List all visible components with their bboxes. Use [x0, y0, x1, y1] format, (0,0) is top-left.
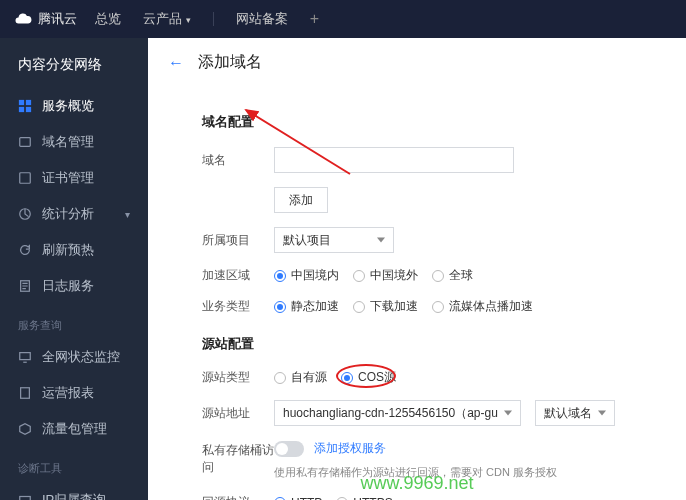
label-private: 私有存储桶访问 — [202, 440, 274, 476]
sidebar-group-query: 服务查询 — [0, 304, 148, 339]
radio-proto-http[interactable]: HTTP — [274, 496, 322, 501]
sidebar-title: 内容分发网络 — [0, 48, 148, 88]
row-proto: 回源协议 HTTP HTTPS — [202, 494, 660, 500]
row-private: 私有存储桶访问 添加授权服务 使用私有存储桶作为源站进行回源，需要对 CDN 服… — [202, 440, 660, 480]
private-hint: 使用私有存储桶作为源站进行回源，需要对 CDN 服务授权 — [274, 465, 557, 480]
page-head: ← 添加域名 — [148, 38, 686, 83]
sidebar-item-label: 证书管理 — [42, 169, 94, 187]
grid-icon — [18, 99, 32, 113]
project-select[interactable]: 默认项目 — [274, 227, 394, 253]
row-project: 所属项目 默认项目 — [202, 227, 660, 253]
sidebar-item-report[interactable]: 运营报表 — [0, 375, 148, 411]
radio-biz-static[interactable]: 静态加速 — [274, 298, 339, 315]
sidebar-item-log[interactable]: 日志服务 — [0, 268, 148, 304]
radio-origin-cos[interactable]: COS源 — [341, 369, 396, 386]
topnav: 总览 云产品 ▾ 网站备案 + — [95, 10, 319, 28]
radio-biz-stream[interactable]: 流媒体点播加速 — [432, 298, 533, 315]
label-origin-type: 源站类型 — [202, 369, 274, 386]
auth-link[interactable]: 添加授权服务 — [314, 440, 386, 457]
sidebar-item-label: 统计分析 — [42, 205, 94, 223]
topnav-add-icon[interactable]: + — [310, 10, 319, 28]
svg-rect-0 — [19, 100, 24, 105]
origin-addr-select[interactable]: huochangliang-cdn-1255456150（ap-gu — [274, 400, 521, 426]
label-biztype: 业务类型 — [202, 298, 274, 315]
topnav-divider — [213, 12, 214, 26]
row-biztype: 业务类型 静态加速 下载加速 流媒体点播加速 — [202, 298, 660, 315]
chart-icon — [18, 207, 32, 221]
sidebar-item-label: 全网状态监控 — [42, 348, 120, 366]
svg-rect-5 — [20, 173, 31, 184]
brand-text: 腾讯云 — [38, 10, 77, 28]
svg-rect-3 — [26, 107, 31, 112]
sidebar-item-monitor[interactable]: 全网状态监控 — [0, 339, 148, 375]
row-origin-type: 源站类型 自有源 COS源 — [202, 369, 660, 386]
radio-origin-own[interactable]: 自有源 — [274, 369, 327, 386]
svg-rect-9 — [21, 388, 30, 399]
main: ← 添加域名 域名配置 域名 添加 所属项目 默认项目 加速区域 中国境内 中国 — [148, 38, 686, 500]
radio-region-cn[interactable]: 中国境内 — [274, 267, 339, 284]
label-project: 所属项目 — [202, 232, 274, 249]
label-domain: 域名 — [202, 152, 274, 169]
refresh-icon — [18, 243, 32, 257]
add-button[interactable]: 添加 — [274, 187, 328, 213]
sidebar-item-label: 域名管理 — [42, 133, 94, 151]
sidebar-item-ip[interactable]: IP归属查询 — [0, 482, 148, 500]
sidebar-item-traffic[interactable]: 流量包管理 — [0, 411, 148, 447]
package-icon — [18, 422, 32, 436]
log-icon — [18, 279, 32, 293]
sidebar-item-label: 运营报表 — [42, 384, 94, 402]
topbar: 腾讯云 总览 云产品 ▾ 网站备案 + — [0, 0, 686, 38]
svg-rect-4 — [20, 138, 31, 147]
topnav-beian[interactable]: 网站备案 — [236, 10, 288, 28]
page-title: 添加域名 — [198, 52, 262, 73]
sidebar-item-label: 服务概览 — [42, 97, 94, 115]
domain-icon — [18, 135, 32, 149]
ip-icon — [18, 493, 32, 500]
sidebar-item-label: 刷新预热 — [42, 241, 94, 259]
row-add: 添加 — [202, 187, 660, 213]
radio-proto-https[interactable]: HTTPS — [336, 496, 392, 501]
label-proto: 回源协议 — [202, 494, 274, 500]
radio-biz-download[interactable]: 下载加速 — [353, 298, 418, 315]
svg-rect-2 — [19, 107, 24, 112]
sidebar: 内容分发网络 服务概览 域名管理 证书管理 统计分析 ▾ 刷新预热 日志服务 服… — [0, 38, 148, 500]
sidebar-item-overview[interactable]: 服务概览 — [0, 88, 148, 124]
form-panel: 域名配置 域名 添加 所属项目 默认项目 加速区域 中国境内 中国境外 全球 — [176, 91, 686, 500]
svg-rect-1 — [26, 100, 31, 105]
domain-input[interactable] — [274, 147, 514, 173]
label-origin-addr: 源站地址 — [202, 405, 274, 422]
cloud-icon — [14, 10, 32, 28]
sidebar-item-refresh[interactable]: 刷新预热 — [0, 232, 148, 268]
private-toggle[interactable] — [274, 441, 304, 457]
svg-rect-10 — [20, 497, 31, 501]
radio-region-global[interactable]: 全球 — [432, 267, 473, 284]
monitor-icon — [18, 350, 32, 364]
brand-logo[interactable]: 腾讯云 — [14, 10, 77, 28]
section-domain-title: 域名配置 — [202, 113, 660, 131]
sidebar-item-cert[interactable]: 证书管理 — [0, 160, 148, 196]
sidebar-item-stats[interactable]: 统计分析 ▾ — [0, 196, 148, 232]
chevron-down-icon: ▾ — [125, 209, 130, 220]
origin-mode-select[interactable]: 默认域名 — [535, 400, 615, 426]
row-region: 加速区域 中国境内 中国境外 全球 — [202, 267, 660, 284]
sidebar-group-diag: 诊断工具 — [0, 447, 148, 482]
row-origin-addr: 源站地址 huochangliang-cdn-1255456150（ap-gu … — [202, 400, 660, 426]
sidebar-item-label: IP归属查询 — [42, 491, 106, 500]
cert-icon — [18, 171, 32, 185]
back-arrow-icon[interactable]: ← — [168, 54, 184, 72]
sidebar-item-domain[interactable]: 域名管理 — [0, 124, 148, 160]
sidebar-item-label: 日志服务 — [42, 277, 94, 295]
section-origin-title: 源站配置 — [202, 335, 660, 353]
svg-rect-8 — [20, 353, 31, 360]
topnav-overview[interactable]: 总览 — [95, 10, 121, 28]
row-domain: 域名 — [202, 147, 660, 173]
radio-region-oversea[interactable]: 中国境外 — [353, 267, 418, 284]
sidebar-item-label: 流量包管理 — [42, 420, 107, 438]
topnav-products[interactable]: 云产品 ▾ — [143, 10, 191, 28]
report-icon — [18, 386, 32, 400]
label-region: 加速区域 — [202, 267, 274, 284]
